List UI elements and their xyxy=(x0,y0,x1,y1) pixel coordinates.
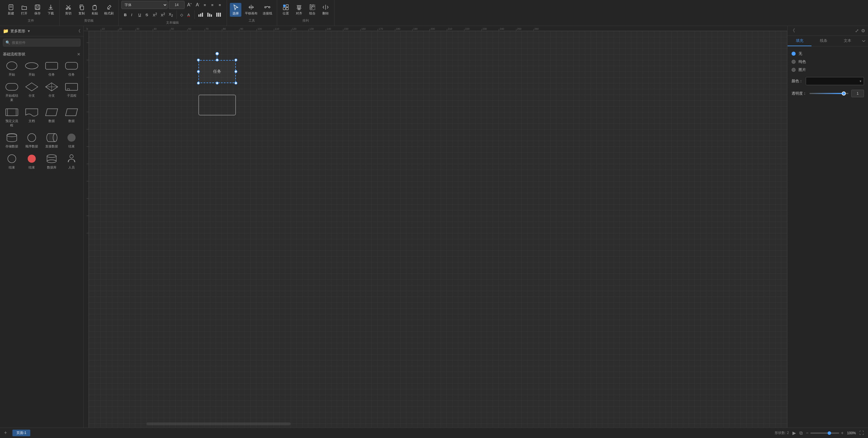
connect-button[interactable]: 连接线 xyxy=(261,3,274,17)
shape-item-start-circle[interactable]: 开始 xyxy=(3,59,21,78)
task-shape-selected[interactable]: 任务 xyxy=(198,60,236,83)
shape-item-direct[interactable]: 直接数据 xyxy=(43,131,61,150)
fill-radio-none[interactable] xyxy=(792,52,796,56)
zoom-plus-button[interactable]: + xyxy=(841,431,843,436)
page-tab[interactable]: 页面-1 xyxy=(12,430,31,436)
format-brush-button[interactable]: 格式刷 xyxy=(102,3,115,17)
tab-extra-button[interactable] xyxy=(859,36,868,46)
decrease-font-button[interactable]: A- xyxy=(194,1,201,8)
play-icon[interactable]: ▶ xyxy=(793,430,796,436)
increase-font-button[interactable]: A+ xyxy=(186,1,193,8)
cut-button[interactable]: 剪切 xyxy=(63,3,74,17)
search-input[interactable] xyxy=(12,41,78,45)
color-picker[interactable]: ▼ xyxy=(806,77,864,85)
zoom-minus-button[interactable]: − xyxy=(806,431,809,436)
shape-item-predefined[interactable]: 预定义流程 xyxy=(3,106,21,129)
shape-item-branch1[interactable]: 分支 xyxy=(23,80,40,103)
zoom-slider[interactable] xyxy=(810,433,839,434)
shape-item-subprocess[interactable]: 子流程 xyxy=(63,80,81,103)
group-button[interactable]: 组合 xyxy=(307,3,318,17)
svg-text:160: 160 xyxy=(361,27,366,30)
superscript-button[interactable]: X2 xyxy=(159,11,166,18)
add-page-button[interactable]: + xyxy=(4,430,7,436)
bar1-button[interactable] xyxy=(197,12,205,18)
fill-option-none[interactable]: 无 xyxy=(792,51,864,56)
text-highlight-button[interactable]: ◇ xyxy=(179,12,185,18)
underline-button[interactable]: U xyxy=(137,12,143,18)
tab-line[interactable]: 线条 xyxy=(811,36,835,46)
bar2-button[interactable] xyxy=(206,12,214,18)
pan-button[interactable]: 平移画布 xyxy=(243,3,259,17)
selected-shape-container[interactable]: 任务 xyxy=(198,60,236,83)
handle-br[interactable] xyxy=(235,82,237,85)
handle-bl[interactable] xyxy=(197,82,200,85)
paste-button[interactable]: 粘贴 xyxy=(89,3,101,17)
fill-option-image[interactable]: 图片 xyxy=(792,67,864,72)
handle-tr[interactable] xyxy=(235,59,237,61)
shape-item-task-rect1[interactable]: 任务 xyxy=(43,59,61,78)
handle-mr[interactable] xyxy=(235,70,237,73)
handle-tc[interactable] xyxy=(216,59,219,61)
main-canvas[interactable]: 任务 xyxy=(89,31,787,428)
select-button[interactable]: 选择 xyxy=(230,3,241,17)
shape-item-database[interactable]: 数据库 xyxy=(43,152,61,171)
bar3-button[interactable] xyxy=(215,12,223,18)
flip-button[interactable]: 翻转 xyxy=(320,3,331,17)
shape-item-end-red[interactable]: 结束 xyxy=(23,152,40,171)
layers-icon[interactable]: ⧉ xyxy=(799,431,803,436)
save-button[interactable]: 保存 xyxy=(32,3,43,17)
text-color-button[interactable]: A xyxy=(186,12,192,18)
fill-option-solid[interactable]: 纯色 xyxy=(792,59,864,64)
right-panel-collapse-button[interactable]: 《 xyxy=(790,28,795,34)
italic-button[interactable]: I xyxy=(130,12,136,18)
fill-radio-solid[interactable] xyxy=(792,60,796,64)
open-button[interactable]: 打开 xyxy=(19,3,30,17)
shape-item-data1[interactable]: 数据 xyxy=(43,106,61,129)
shape-item-data2[interactable]: 数据 xyxy=(63,106,81,129)
panel-collapse-button[interactable]: 《 xyxy=(76,29,81,34)
strikethrough-button[interactable]: S xyxy=(144,12,151,18)
opacity-slider-thumb[interactable] xyxy=(842,91,846,95)
shape-item-end-circle[interactable]: 结束 xyxy=(3,152,21,171)
shape-item-end-dark[interactable]: 结束 xyxy=(63,131,81,150)
rotate-handle[interactable] xyxy=(215,52,219,55)
shape-item-task-rect2[interactable]: 任务 xyxy=(63,59,81,78)
subscript-button[interactable]: X2 xyxy=(167,11,175,18)
download-icon xyxy=(48,4,54,10)
shape-item-person[interactable]: 人员 xyxy=(63,152,81,171)
shape-item-storage[interactable]: 存储数据 xyxy=(3,131,21,150)
shape-item-document[interactable]: 文档 xyxy=(23,106,40,129)
handle-bc[interactable] xyxy=(216,82,219,85)
shape-item-start-ellipse[interactable]: 开始 xyxy=(23,59,40,78)
shape-item-branch2[interactable]: 分支 xyxy=(43,80,61,103)
opacity-input[interactable] xyxy=(851,90,864,97)
align-left-button[interactable]: ≡ xyxy=(203,2,209,8)
align-center-button[interactable]: ≡ xyxy=(210,2,216,8)
fill-radio-image[interactable] xyxy=(792,68,796,72)
superscript2-button[interactable]: X2 xyxy=(151,11,159,18)
handle-tl[interactable] xyxy=(197,59,200,61)
panel-arrow-icon[interactable]: ▼ xyxy=(27,29,31,33)
font-size-input[interactable] xyxy=(169,1,185,9)
right-panel-settings-button[interactable]: ⚙ xyxy=(861,28,865,33)
align-button[interactable]: 对齐 xyxy=(293,3,305,17)
task-shape-plain[interactable] xyxy=(198,95,236,115)
position-button[interactable]: 位置 xyxy=(280,3,291,17)
shape-item-start-end[interactable]: 开始或结束 xyxy=(3,80,21,103)
zoom-slider-thumb[interactable] xyxy=(828,431,831,435)
canvas-scrollbar-h[interactable] xyxy=(147,422,291,425)
right-panel-expand-button[interactable]: ⤢ xyxy=(855,28,859,33)
copy-button[interactable]: 复制 xyxy=(76,3,87,17)
tab-fill[interactable]: 填充 xyxy=(787,36,811,46)
bold-button[interactable]: B xyxy=(123,12,129,18)
section-close-button[interactable]: ✕ xyxy=(77,52,81,57)
download-button[interactable]: 下载 xyxy=(45,3,57,17)
tab-text[interactable]: 文本 xyxy=(835,36,859,46)
new-button[interactable]: 新建 xyxy=(5,3,17,17)
handle-ml[interactable] xyxy=(197,70,200,73)
zoom-level-text[interactable]: 100% xyxy=(847,431,856,435)
align-right-button[interactable]: ≡ xyxy=(217,2,224,8)
font-family-select[interactable]: 字体 xyxy=(121,1,167,9)
fullscreen-icon[interactable]: ⛶ xyxy=(859,431,864,436)
shape-item-sequential[interactable]: 顺序数据 xyxy=(23,131,40,150)
